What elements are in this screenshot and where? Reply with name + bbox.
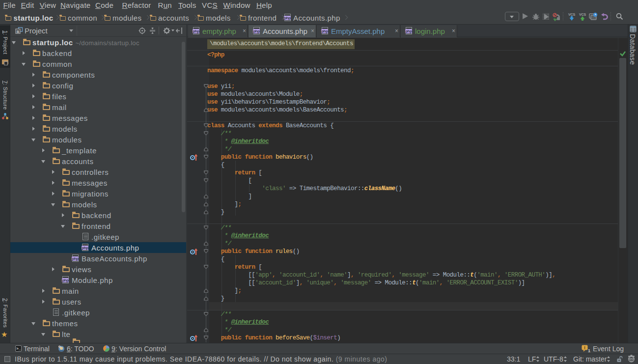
svg-text:!: ! [584, 345, 585, 350]
svg-text:1: 1 [588, 348, 590, 353]
svg-text:VCS: VCS [579, 13, 586, 16]
svg-text:VCS: VCS [568, 13, 575, 16]
svg-text:B: B [17, 30, 19, 33]
